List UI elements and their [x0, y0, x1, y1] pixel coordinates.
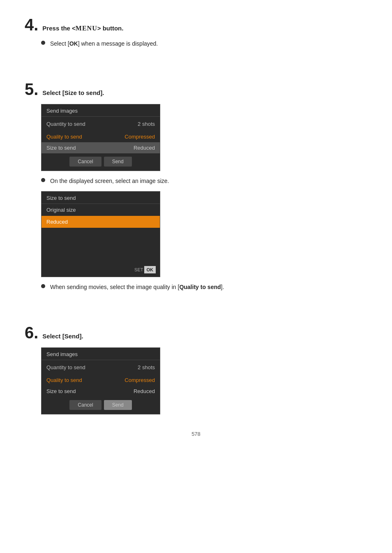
screen1-buttons: Cancel Send: [42, 153, 160, 171]
page-footer: 578: [25, 431, 367, 437]
screen1-quality-label: Quality to send: [46, 134, 82, 140]
screen3-qty-row: Quantity to send 2 shots: [42, 360, 160, 375]
step-5: 5. Select [Size to send]. Send images Qu…: [25, 81, 367, 292]
send-images-screen-2: Send images Quantity to send 2 shots Qua…: [41, 347, 160, 414]
screen3-size-row: Size to send Reduced: [42, 386, 160, 397]
screen1-size-row: Size to send Reduced: [42, 142, 160, 153]
step-6: 6. Select [Send]. Send images Quantity t…: [25, 324, 367, 414]
screen2-set-label: SET: [134, 267, 143, 272]
screen3-quality-label: Quality to send: [46, 377, 82, 383]
send-button[interactable]: Send: [104, 157, 132, 167]
step-5-header: 5. Select [Size to send].: [25, 81, 367, 97]
screen2-reduced-row: Reduced: [42, 216, 160, 228]
screen3-qty-value: 2 shots: [138, 364, 155, 370]
step-4-header: 4. Press the <MENU> button.: [25, 16, 367, 33]
screen1-title: Send images: [42, 104, 160, 117]
bullet-dot-3: [41, 284, 45, 288]
step-5-bullet-middle-text: On the displayed screen, select an image…: [50, 177, 169, 185]
screen3-quality-row: Quality to send Compressed: [42, 375, 160, 386]
step-6-title: Select [Send].: [42, 333, 83, 340]
screen1-qty-label: Quantity to send: [46, 121, 85, 127]
cancel-button[interactable]: Cancel: [69, 157, 101, 167]
screen1-size-label: Size to send: [46, 145, 76, 151]
screen2-original-label: Original size: [46, 207, 76, 213]
step-4: 4. Press the <MENU> button. Select [OK] …: [25, 16, 367, 48]
screen2-title: Size to send: [42, 192, 160, 204]
step-6-number: 6.: [25, 324, 38, 341]
size-to-send-screen: Size to send Original size Reduced SET O…: [41, 191, 160, 277]
step-4-title: Press the <MENU> button.: [42, 25, 123, 32]
step-4-bullet-text: Select [OK] when a message is displayed.: [50, 39, 158, 48]
screen1-qty-value: 2 shots: [138, 121, 155, 127]
page-number: 578: [191, 431, 201, 437]
screen1-size-value: Reduced: [134, 145, 155, 151]
send-images-screen-1: Send images Quantity to send 2 shots Qua…: [41, 104, 160, 171]
screen2-empty-3: [42, 252, 160, 264]
step-5-number: 5.: [25, 81, 38, 97]
screen3-size-value: Reduced: [134, 388, 155, 394]
bullet-dot: [41, 41, 45, 45]
menu-word: MENU: [76, 25, 97, 32]
cancel-button-2[interactable]: Cancel: [69, 400, 101, 410]
screen1-quality-row: Quality to send Compressed: [42, 131, 160, 142]
step-5-bullet-middle: On the displayed screen, select an image…: [41, 177, 367, 185]
screen3-title: Send images: [42, 348, 160, 360]
screen2-original-row: Original size: [42, 204, 160, 216]
screen2-empty-2: [42, 240, 160, 252]
step-6-header: 6. Select [Send].: [25, 324, 367, 341]
send-button-2[interactable]: Send: [104, 400, 132, 410]
step-5-bullet-after-text: When sending movies, select the image qu…: [50, 283, 224, 292]
screen2-empty-1: [42, 228, 160, 240]
step-4-bullet-1: Select [OK] when a message is displayed.: [41, 39, 367, 48]
screen3-qty-label: Quantity to send: [46, 364, 85, 370]
step-4-number: 4.: [25, 16, 38, 33]
screen2-reduced-label: Reduced: [46, 219, 68, 225]
screen3-buttons: Cancel Send: [42, 397, 160, 414]
screen2-ok-button[interactable]: OK: [144, 266, 156, 273]
screen1-quality-value: Compressed: [125, 134, 155, 140]
screen2-set-ok-row: SET OK: [42, 264, 160, 277]
screen1-qty-row: Quantity to send 2 shots: [42, 117, 160, 131]
screen3-size-label: Size to send: [46, 388, 76, 394]
step-5-title: Select [Size to send].: [42, 89, 104, 96]
step-5-bullet-after: When sending movies, select the image qu…: [41, 283, 367, 292]
screen3-quality-value: Compressed: [125, 377, 155, 383]
bullet-dot-2: [41, 178, 45, 182]
